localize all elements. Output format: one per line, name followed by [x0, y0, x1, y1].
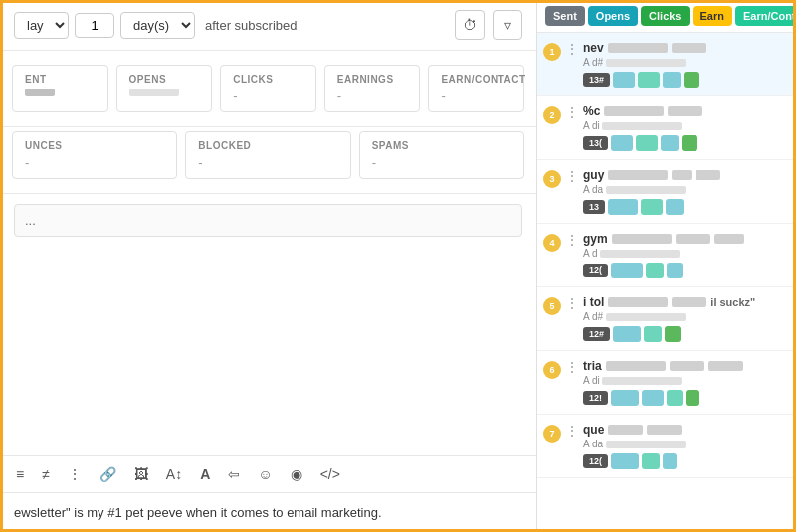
filter-icon-btn[interactable]: ▿: [493, 10, 522, 40]
clock-icon: ⏱: [463, 17, 477, 33]
stat-bar-opens: [129, 89, 179, 96]
row-number-6: 6: [543, 361, 561, 379]
tab-clicks[interactable]: Clicks: [641, 6, 689, 26]
list-icon[interactable]: ⋮: [66, 464, 84, 484]
stat-label-bounces: UNCES: [25, 140, 164, 151]
contact-sub-4: A d: [583, 248, 790, 259]
contact-sub-blur-5: [606, 313, 686, 321]
tag-blur-2-2: [611, 135, 633, 151]
contact-menu-dots-6[interactable]: ⋮: [565, 359, 579, 375]
tag-blur-5-2: [613, 326, 641, 342]
contact-sub-blur-7: [606, 441, 686, 448]
tag-2-1: 13(: [583, 136, 608, 150]
contact-sub-blur-6: [602, 377, 682, 385]
contact-name-blur-6b: [670, 361, 704, 371]
tab-earn-contact[interactable]: Earn/Contact: [735, 6, 796, 26]
tag-blur-7-4: [663, 453, 677, 469]
tag-blur-6-5: [686, 390, 699, 406]
contact-row[interactable]: 1 ⋮ nev A d# 13#: [537, 33, 796, 96]
contact-row[interactable]: 5 ⋮ i tol il suckz" A d# 12#: [537, 287, 796, 351]
editor-text: ewsletter" is my #1 pet peeve when it co…: [14, 505, 382, 520]
contact-info-4: gym A d 12(: [583, 232, 790, 278]
contact-info-2: %c A di 13(: [583, 104, 790, 151]
stat-card-spams: SPAMS -: [359, 131, 524, 179]
contact-extra-5: il suckz": [710, 296, 755, 308]
tag-blur-1-5: [684, 72, 699, 88]
shield-icon[interactable]: ◉: [289, 464, 304, 484]
subject-field[interactable]: ...: [14, 204, 522, 237]
contact-sub-7: A da: [583, 439, 790, 449]
contact-menu-dots-1[interactable]: ⋮: [565, 41, 579, 57]
contact-name-blur-4: [612, 234, 672, 244]
contact-row[interactable]: 7 ⋮ que A da 12(: [537, 415, 796, 478]
contact-menu-dots-7[interactable]: ⋮: [565, 423, 579, 439]
contact-name-7: que: [583, 423, 604, 437]
delay-select[interactable]: lay: [14, 12, 69, 39]
align-left-icon[interactable]: ≡: [14, 464, 26, 484]
contact-sub-1: A d#: [583, 57, 790, 68]
tag-blur-3-2: [608, 199, 638, 215]
editor-content: ewsletter" is my #1 pet peeve when it co…: [0, 493, 536, 533]
contact-menu-dots-2[interactable]: ⋮: [565, 104, 579, 120]
filter-icon: ▿: [504, 17, 511, 33]
contact-row[interactable]: 2 ⋮ %c A di 13(: [537, 96, 796, 160]
contact-row[interactable]: 6 ⋮ tria A di 12!: [537, 351, 796, 415]
stat-label-earnings: EARNINGS: [337, 74, 408, 85]
contact-name-blur-5b: [672, 297, 706, 307]
contact-row[interactable]: 4 ⋮ gym A d 12(: [537, 224, 796, 287]
stat-card-earnings: EARNINGS -: [324, 65, 421, 112]
tag-blur-6-3: [642, 390, 664, 406]
tag-4-1: 12(: [583, 264, 608, 277]
tab-opens[interactable]: Opens: [588, 6, 638, 26]
clock-icon-btn[interactable]: ⏱: [455, 10, 485, 40]
tag-blur-2-4: [661, 135, 679, 151]
tag-blur-4-2: [611, 263, 643, 278]
person-icon[interactable]: ☺: [256, 464, 274, 484]
tag-1-1: 13#: [583, 73, 610, 87]
contact-name-6: tria: [583, 359, 602, 373]
contact-sub-blur-3: [606, 186, 686, 194]
text-size-icon[interactable]: A↕: [164, 464, 184, 484]
tab-sent[interactable]: Sent: [545, 6, 585, 26]
contact-tags-2: 13(: [583, 135, 790, 151]
contact-name-blur-2: [604, 106, 664, 116]
contact-sub-3: A da: [583, 184, 790, 195]
text-bold-icon[interactable]: A: [198, 464, 212, 484]
image-icon[interactable]: 🖼: [132, 464, 150, 484]
contact-menu-dots-4[interactable]: ⋮: [565, 232, 579, 248]
stat-card-earn-contact: EARN/CONTACT -: [428, 65, 524, 112]
cursor-icon[interactable]: ⇦: [226, 464, 242, 484]
contact-sub-blur-2: [602, 122, 682, 130]
delay-number-input[interactable]: [75, 13, 114, 38]
tag-blur-2-3: [636, 135, 658, 151]
row-number-4: 4: [543, 234, 561, 252]
filter-after-text: after subscribed: [205, 18, 298, 33]
text-area-section: ...: [0, 194, 536, 455]
code-icon[interactable]: </>: [318, 464, 342, 484]
contact-info-1: nev A d# 13#: [583, 41, 790, 88]
stat-card-opens: OPENS: [116, 65, 213, 112]
contact-tags-1: 13#: [583, 72, 790, 88]
contact-row[interactable]: 3 ⋮ guy A da 13: [537, 160, 796, 224]
contact-name-blur-3b: [672, 170, 692, 180]
contact-name-blur-1b: [672, 43, 706, 53]
contact-menu-dots-5[interactable]: ⋮: [565, 295, 579, 311]
row-number-7: 7: [543, 425, 561, 443]
contact-name-4: gym: [583, 232, 608, 246]
tag-6-1: 12!: [583, 391, 608, 405]
tab-earn[interactable]: Earn: [693, 6, 732, 26]
filter-bar: lay day(s) after subscribed ⏱ ▿: [0, 0, 536, 51]
align-center-icon[interactable]: ≠: [40, 464, 52, 484]
contact-sub-5: A d#: [583, 311, 790, 322]
contact-menu-dots-3[interactable]: ⋮: [565, 168, 579, 184]
stat-value-earn-contact: -: [441, 89, 511, 103]
tag-blur-7-3: [642, 453, 660, 469]
tag-blur-6-4: [667, 390, 683, 406]
link-icon[interactable]: 🔗: [98, 464, 118, 484]
tag-blur-2-5: [682, 135, 697, 151]
unit-select[interactable]: day(s): [120, 12, 195, 39]
contact-sub-blur-4: [600, 250, 680, 258]
stat-label-blocked: BLOCKED: [198, 140, 337, 151]
stat-card-clicks: CLICKS -: [220, 65, 316, 112]
row-number-5: 5: [543, 297, 561, 315]
